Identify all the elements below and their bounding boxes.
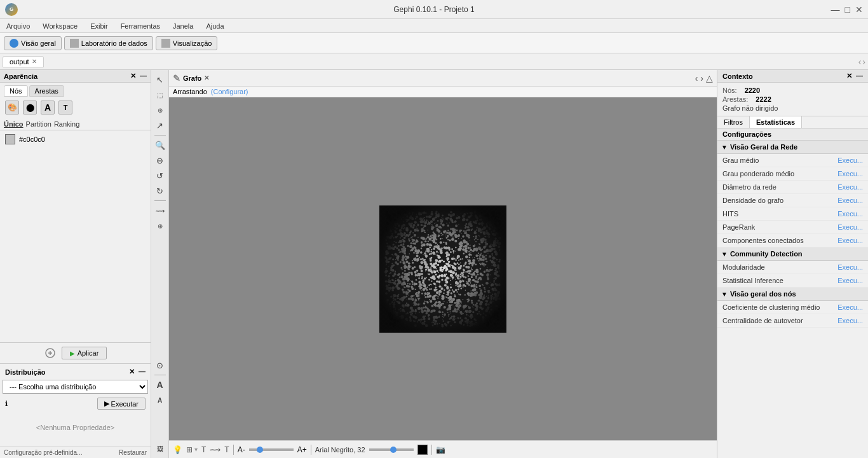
- graph-nav-expand[interactable]: △: [706, 73, 713, 83]
- exec-pagerank[interactable]: Execu...: [837, 223, 863, 231]
- collapse-icon-1[interactable]: ▼: [721, 144, 728, 151]
- label-size-icon[interactable]: T: [58, 101, 72, 114]
- menu-arquivo[interactable]: Arquivo: [3, 21, 34, 31]
- tool-select[interactable]: ↖: [153, 73, 167, 87]
- config-preset-label[interactable]: Configuração pré-definida...: [4, 449, 82, 456]
- font-display: Arial Negrito, 32: [315, 446, 365, 454]
- minimize-button[interactable]: —: [831, 4, 840, 15]
- font-size-slider[interactable]: [249, 448, 294, 451]
- bottom-text-icon[interactable]: T: [201, 445, 206, 454]
- exec-clustering[interactable]: Execu...: [837, 303, 863, 311]
- bottom-edge-icon[interactable]: ⟿: [210, 445, 220, 454]
- appearance-icon-row: 🎨 ⬤ A T: [0, 97, 151, 118]
- exec-hits[interactable]: Execu...: [837, 210, 863, 218]
- distribution-select[interactable]: --- Escolha uma distribuição: [3, 380, 148, 394]
- tool-node-edit[interactable]: ⊕: [153, 219, 167, 233]
- bottom-grid-icon[interactable]: ⊞: [186, 445, 193, 454]
- tab-estatisticas[interactable]: Estatísticas: [750, 116, 802, 128]
- font-color-slider[interactable]: [369, 448, 414, 451]
- tab-nav-right[interactable]: ›: [862, 57, 865, 67]
- bottom-camera-icon[interactable]: 📷: [436, 445, 445, 454]
- apply-button[interactable]: ▶ Aplicar: [62, 347, 107, 359]
- font-size-decrease-icon[interactable]: A-: [238, 445, 245, 454]
- collapse-icon-3[interactable]: ▼: [721, 291, 728, 298]
- aparencia-close-icon[interactable]: ✕: [130, 72, 136, 80]
- config-bar: Configuração pré-definida... Restaurar: [0, 447, 151, 458]
- menu-janela[interactable]: Janela: [169, 21, 197, 31]
- stat-grau-medio: Grau médio Execu...: [717, 154, 868, 167]
- configuracoes-label: Configurações: [717, 128, 868, 141]
- execute-button[interactable]: ▶ Executar: [97, 398, 146, 410]
- laboratorio-button[interactable]: Laboratório de dados: [64, 36, 153, 50]
- graph-nav-left[interactable]: ‹: [695, 73, 698, 83]
- graph-nav-right[interactable]: ›: [700, 73, 703, 83]
- menu-exibir[interactable]: Exibir: [86, 21, 112, 31]
- exec-modularidade[interactable]: Execu...: [837, 263, 863, 271]
- color-icon[interactable]: 🎨: [5, 101, 19, 114]
- context-minimize-icon[interactable]: —: [856, 72, 863, 80]
- label-color-icon[interactable]: A: [41, 101, 55, 114]
- aparencia-minimize-icon[interactable]: —: [140, 72, 147, 80]
- distribution-minimize[interactable]: —: [139, 368, 146, 376]
- tab-nos[interactable]: Nós: [4, 85, 28, 97]
- size-icon[interactable]: ⬤: [23, 101, 37, 114]
- tool-align[interactable]: ⊙: [153, 358, 167, 372]
- maximize-button[interactable]: □: [845, 4, 850, 15]
- subtab-partition[interactable]: Partition: [26, 120, 51, 128]
- tool-zoom-out[interactable]: ⊖: [153, 153, 167, 167]
- tab-output[interactable]: output ✕: [3, 56, 44, 67]
- exec-densidade[interactable]: Execu...: [837, 197, 863, 204]
- left-panel: Aparência ✕ — Nós Arestas 🎨 ⬤ A T Único …: [0, 70, 151, 458]
- exec-autovetor[interactable]: Execu...: [837, 317, 863, 324]
- tab-filtros[interactable]: Filtros: [717, 116, 750, 128]
- graph-tab-close[interactable]: ✕: [204, 74, 209, 81]
- tool-text-small[interactable]: A: [153, 393, 167, 407]
- bottom-label-icon[interactable]: T: [224, 445, 229, 454]
- tool-shortpath[interactable]: ↗: [153, 118, 167, 132]
- tool-magnify[interactable]: 🔍: [153, 138, 167, 152]
- menu-ferramentas[interactable]: Ferramentas: [117, 21, 164, 31]
- collapse-icon-2[interactable]: ▼: [721, 251, 728, 258]
- tool-text-large[interactable]: A: [153, 378, 167, 392]
- menu-ajuda[interactable]: Ajuda: [202, 21, 227, 31]
- exec-grau-ponderado[interactable]: Execu...: [837, 170, 863, 177]
- tab-close-icon[interactable]: ✕: [32, 58, 37, 65]
- dropdown-arrow-icon[interactable]: ▾: [194, 446, 198, 453]
- font-color-swatch[interactable]: [417, 445, 428, 455]
- exec-statistical-inference[interactable]: Execu...: [837, 277, 863, 284]
- bottom-light-icon[interactable]: 💡: [173, 445, 182, 454]
- subtab-unico[interactable]: Único: [4, 120, 24, 128]
- tool-edge-select[interactable]: ⟿: [153, 204, 167, 218]
- tool-screenshot[interactable]: 🖼: [153, 441, 167, 455]
- font-size-increase-icon[interactable]: A+: [297, 445, 307, 454]
- stat-grau-ponderado: Grau ponderado médio Execu...: [717, 167, 868, 181]
- graph-tab-label[interactable]: Grafo: [183, 74, 201, 82]
- context-close-icon[interactable]: ✕: [846, 72, 852, 80]
- graph-configure-link[interactable]: (Configurar): [211, 88, 248, 95]
- visao-geral-button[interactable]: Visão geral: [4, 36, 62, 50]
- tool-reset[interactable]: ↺: [153, 169, 167, 183]
- tool-lasso[interactable]: ⊛: [153, 103, 167, 117]
- tab-nav-left[interactable]: ‹: [858, 57, 862, 67]
- menu-workspace[interactable]: Workspace: [39, 21, 81, 31]
- laboratorio-label: Laboratório de dados: [81, 39, 147, 47]
- context-header: Contexto ✕ —: [717, 70, 868, 83]
- tool-select-rect[interactable]: ⬚: [153, 88, 167, 102]
- exec-diametro[interactable]: Execu...: [837, 183, 863, 191]
- edges-stat-row: Arestas: 2222: [722, 95, 863, 103]
- distribution-close[interactable]: ✕: [129, 368, 135, 376]
- visualizacao-label: Visualização: [173, 39, 212, 47]
- config-restore-label[interactable]: Restaurar: [119, 449, 147, 456]
- subtab-ranking[interactable]: Ranking: [54, 120, 79, 128]
- graph-status: Arrastando (Configurar): [169, 87, 717, 97]
- tab-arestas[interactable]: Arestas: [29, 85, 64, 97]
- exec-componentes[interactable]: Execu...: [837, 237, 863, 244]
- exec-grau-medio[interactable]: Execu...: [837, 156, 863, 164]
- tool-rotate[interactable]: ↻: [153, 184, 167, 198]
- graph-canvas[interactable]: [169, 97, 717, 440]
- close-button[interactable]: ✕: [855, 4, 863, 15]
- visualizacao-button[interactable]: Visualização: [156, 36, 218, 50]
- window-controls[interactable]: — □ ✕: [831, 4, 863, 15]
- color-swatch[interactable]: [5, 134, 15, 144]
- graph-nav: ‹ › △: [695, 73, 713, 83]
